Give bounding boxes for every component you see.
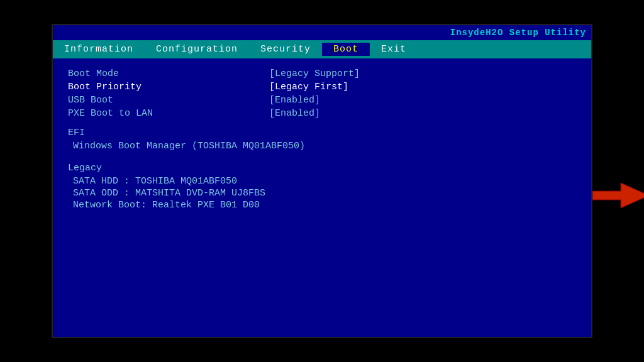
menu-bar[interactable]: Information Configuration Security Boot … [53,40,591,58]
boot-mode-row[interactable]: Boot Mode [Legacy Support] [68,69,576,79]
usb-boot-row[interactable]: USB Boot [Enabled] [68,95,576,106]
arrow-indicator [592,180,644,211]
boot-mode-label: Boot Mode [68,69,269,79]
efi-section-header: EFI [68,128,576,138]
boot-priority-value: [Legacy First] [269,82,348,92]
menu-item-security[interactable]: Security [249,43,322,56]
boot-priority-row[interactable]: Boot Priority [Legacy First] [68,82,576,92]
boot-mode-value: [Legacy Support] [269,69,360,79]
pxe-boot-row[interactable]: PXE Boot to LAN [Enabled] [68,108,576,119]
menu-item-information[interactable]: Information [53,43,145,56]
usb-boot-label: USB Boot [68,95,269,106]
red-arrow-icon [592,180,644,211]
menu-item-configuration[interactable]: Configuration [145,43,249,56]
usb-boot-value: [Enabled] [269,95,320,106]
app-title: InsydeH2O Setup Utility [450,28,586,38]
svg-marker-0 [592,183,644,208]
pxe-boot-value: [Enabled] [269,108,320,119]
bios-screen: InsydeH2O Setup Utility Information Conf… [52,24,592,338]
legacy-item-1: SATA ODD : MATSHITA DVD-RAM UJ8FBS [68,188,576,199]
content-area: Boot Mode [Legacy Support] Boot Priority… [53,58,591,222]
title-bar: InsydeH2O Setup Utility [53,25,591,40]
legacy-section-header: Legacy [68,163,576,173]
pxe-boot-label: PXE Boot to LAN [68,108,269,119]
efi-item-0[interactable]: Windows Boot Manager (TOSHIBA MQ01ABF050… [68,141,576,151]
legacy-item-0: SATA HDD : TOSHIBA MQ01ABF050 [68,176,576,187]
legacy-item-2: Network Boot: Realtek PXE B01 D00 [68,200,576,211]
boot-priority-label: Boot Priority [68,82,269,92]
menu-item-boot[interactable]: Boot [322,43,370,56]
menu-item-exit[interactable]: Exit [370,43,418,56]
